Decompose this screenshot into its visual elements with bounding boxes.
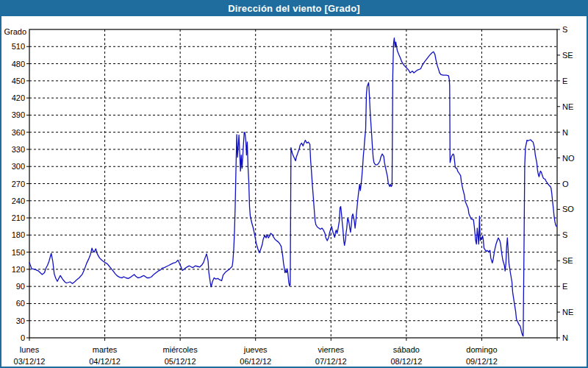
svg-text:03/12/12: 03/12/12 [14, 357, 46, 366]
svg-text:miércoles: miércoles [163, 345, 198, 354]
svg-text:30: 30 [16, 316, 25, 325]
svg-text:domingo: domingo [466, 345, 497, 354]
y-axis-left-labels: 0306090120150180210240270300330360390420… [12, 42, 25, 342]
svg-text:NO: NO [562, 154, 575, 163]
svg-text:viernes: viernes [318, 345, 345, 354]
wind-direction-line-chart: 0306090120150180210240270300330360390420… [0, 0, 588, 368]
gridlines [29, 29, 557, 338]
svg-text:SO: SO [562, 205, 574, 213]
svg-text:300: 300 [12, 162, 25, 171]
plot-border [29, 29, 557, 338]
svg-text:450: 450 [12, 77, 25, 85]
svg-text:S: S [562, 25, 567, 34]
svg-text:S: S [562, 230, 567, 239]
wind-direction-chart-window: Dirección del viento [Grado] 03060901201… [0, 0, 588, 368]
axis-ticks [26, 29, 560, 341]
svg-text:martes: martes [93, 345, 118, 354]
svg-text:60: 60 [16, 299, 25, 308]
svg-text:N: N [562, 333, 568, 342]
x-axis-day-labels: lunes03/12/12martes04/12/12miércoles05/1… [14, 345, 498, 366]
svg-text:270: 270 [12, 180, 25, 188]
svg-text:sábado: sábado [393, 345, 420, 354]
svg-text:07/12/12: 07/12/12 [315, 357, 347, 366]
y-axis-title: Grado [4, 27, 26, 36]
wind-direction-series-line [29, 38, 556, 336]
svg-text:0: 0 [21, 333, 25, 342]
svg-text:210: 210 [12, 213, 25, 222]
svg-text:NE: NE [562, 308, 573, 316]
svg-text:240: 240 [12, 197, 25, 205]
svg-text:120: 120 [12, 265, 25, 274]
svg-text:O: O [562, 180, 569, 188]
svg-text:lunes: lunes [20, 345, 40, 354]
svg-text:NE: NE [562, 102, 573, 111]
svg-text:Grado: Grado [4, 27, 26, 36]
svg-text:390: 390 [12, 110, 25, 119]
svg-text:08/12/12: 08/12/12 [390, 357, 422, 366]
svg-text:E: E [562, 282, 567, 291]
svg-text:360: 360 [12, 128, 25, 137]
svg-text:06/12/12: 06/12/12 [240, 357, 271, 366]
svg-text:420: 420 [12, 93, 25, 102]
svg-text:510: 510 [12, 42, 25, 51]
svg-text:04/12/12: 04/12/12 [89, 357, 121, 366]
svg-text:jueves: jueves [243, 345, 268, 354]
svg-text:05/12/12: 05/12/12 [165, 357, 196, 366]
svg-text:E: E [562, 77, 567, 85]
svg-text:480: 480 [12, 60, 25, 68]
svg-text:150: 150 [12, 248, 25, 257]
svg-text:09/12/12: 09/12/12 [466, 357, 498, 366]
svg-text:330: 330 [12, 145, 25, 154]
y-axis-right-labels: NNEESESSOONONNEESES [562, 25, 575, 342]
svg-text:90: 90 [16, 282, 25, 291]
svg-text:180: 180 [12, 230, 25, 239]
svg-text:N: N [562, 128, 568, 137]
svg-text:SE: SE [562, 51, 573, 60]
svg-text:SE: SE [562, 256, 573, 265]
